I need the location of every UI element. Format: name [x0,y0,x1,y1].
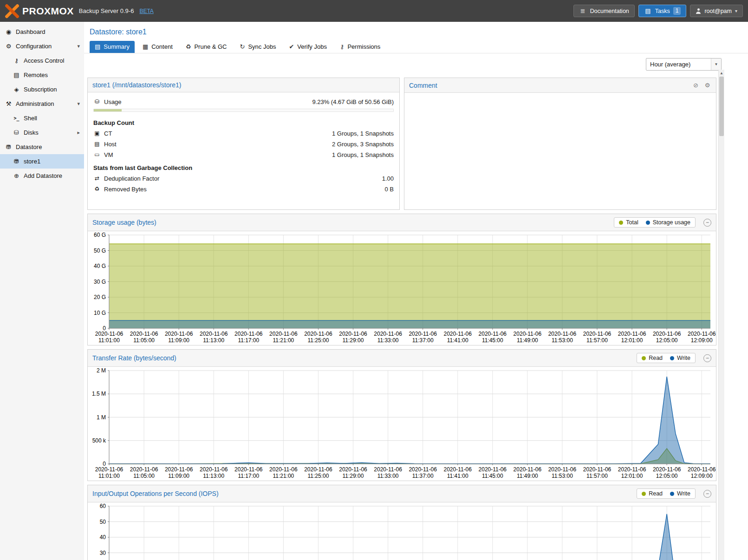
legend-dot-icon [642,492,646,496]
sidebar-item-shell[interactable]: >_Shell [0,111,84,125]
vertical-scrollbar[interactable]: ▲ [718,70,724,560]
svg-text:2020-11-06: 2020-11-06 [479,331,507,337]
chart-legend: ReadWrite [637,353,696,363]
gear-icon[interactable]: ⚙ [703,81,711,89]
tab-prune-gc[interactable]: ♻Prune & GC [181,41,232,53]
sidebar-item-store1[interactable]: ⛃store1 [0,154,84,169]
brand-name: PROXMOX [22,6,74,17]
main: Datastore: store1 ▤Summary▦Content♻Prune… [84,22,748,560]
sidebar-item-remotes[interactable]: ▤Remotes [0,68,84,82]
tab-summary[interactable]: ▤Summary [90,41,135,53]
top-panels-row: store1 (/mnt/datastores/store1) ⛁ Usage … [87,78,716,210]
chart-panel-input-output-operations-per-second-iops: Input/Output Operations per Second (IOPS… [87,485,716,560]
legend-item-read[interactable]: Read [642,490,663,497]
svg-text:11:25:00: 11:25:00 [308,473,329,479]
collapse-icon[interactable]: − [703,354,711,362]
sidebar-item-dashboard[interactable]: ◉Dashboard [0,25,84,39]
proxmox-logo-icon [5,4,19,18]
check-icon: ✔ [289,43,294,50]
tab-permissions[interactable]: ⚷Permissions [335,41,385,53]
svg-text:11:45:00: 11:45:00 [482,337,503,344]
database-icon: ⛃ [5,143,13,150]
svg-text:11:21:00: 11:21:00 [273,473,294,479]
summary-row-value: 1 Groups, 1 Snapshots [332,129,394,138]
user-label: root@pam [704,8,732,14]
sidebar-item-disks[interactable]: ⛁Disks▸ [0,125,84,140]
sidebar-item-subscription[interactable]: ◈Subscription [0,82,84,97]
svg-text:2020-11-06: 2020-11-06 [304,466,332,473]
gc-stats-title: Stats from last Garbage Collection [88,160,399,173]
ticket-icon: ◈ [13,86,20,93]
collapse-icon[interactable]: − [703,219,711,227]
svg-text:11:53:00: 11:53:00 [552,337,573,344]
timeframe-select[interactable]: Hour (average) ▼ [646,58,722,71]
legend-item-storage-usage[interactable]: Storage usage [646,219,690,226]
chart-body: 0500 k1 M1.5 M2 M2020-11-0611:01:002020-… [88,367,716,481]
gear-icon: ⚙ [5,43,13,50]
svg-text:2020-11-06: 2020-11-06 [374,466,402,473]
legend-dot-icon [646,221,650,225]
timeframe-value: Hour (average) [646,61,711,68]
usage-label: Usage [104,98,122,106]
user-menu-button[interactable]: root@pam ▾ [690,5,743,17]
legend-dot-icon [642,356,646,360]
legend-item-total[interactable]: Total [619,219,638,226]
select-trigger[interactable]: ▼ [711,59,721,70]
summary-panel-title: store1 (/mnt/datastores/store1) [92,81,395,89]
svg-text:11:13:00: 11:13:00 [203,337,224,344]
documentation-button[interactable]: ≣ Documentation [573,5,635,17]
chart-panel-header: Storage usage (bytes)TotalStorage usage− [88,214,716,231]
summary-row: ♻Removed Bytes0 B [88,184,399,195]
usage-row: ⛁ Usage 9.23% (4.67 GiB of 50.56 GiB) [88,92,399,107]
usage-progressbar [93,109,394,112]
summary-panel-body: ⛁ Usage 9.23% (4.67 GiB of 50.56 GiB) Ba… [88,92,399,209]
tab-content[interactable]: ▦Content [137,41,178,53]
svg-text:2020-11-06: 2020-11-06 [548,466,577,473]
svg-text:11:49:00: 11:49:00 [517,337,538,344]
tab-sync-jobs[interactable]: ↻Sync Jobs [235,41,281,53]
tabbar: ▤Summary▦Content♻Prune & GC↻Sync Jobs✔Ve… [84,39,748,53]
svg-text:2020-11-06: 2020-11-06 [234,331,263,337]
sidebar-item-datastore[interactable]: ⛃Datastore [0,140,84,154]
tasks-button[interactable]: ▤ Tasks 1 [638,5,687,17]
beta-link[interactable]: BETA [139,8,153,14]
svg-text:11:29:00: 11:29:00 [343,337,364,344]
host-icon: ▤ [93,140,101,149]
usage-value: 9.23% (4.67 GiB of 50.56 GiB) [312,98,394,106]
svg-text:2020-11-06: 2020-11-06 [688,331,716,337]
svg-text:11:05:00: 11:05:00 [133,337,155,344]
chart-body: 01020304050602020-11-0611:01:002020-11-0… [88,502,716,560]
summary-row-label: VM [104,150,113,159]
legend-item-write[interactable]: Write [670,490,690,497]
collapse-icon[interactable]: − [703,490,711,498]
compress-icon: ⇄ [93,174,101,183]
sidebar-item-add-datastore[interactable]: ⊕Add Datastore [0,169,84,183]
brand: PROXMOX Backup Server 0.9-6 BETA [5,4,154,18]
legend-dot-icon [670,356,674,360]
summary-row-label: Removed Bytes [104,185,147,194]
legend-item-write[interactable]: Write [670,355,690,361]
svg-text:12:05:00: 12:05:00 [656,473,678,479]
sidebar-item-label: Datastore [16,143,84,150]
sidebar-item-access-control[interactable]: ⚷Access Control [0,53,84,68]
svg-text:11:33:00: 11:33:00 [377,473,399,479]
task-list-icon: ▤ [644,7,652,15]
summary-row: ▣CT1 Groups, 1 Snapshots [88,128,399,139]
sidebar-item-label: Configuration [16,43,84,50]
tab-verify-jobs[interactable]: ✔Verify Jobs [284,41,332,53]
sidebar-item-configuration[interactable]: ⚙Configuration▾ [0,39,84,53]
trash-icon: ♻ [186,43,191,50]
sidebar-item-label: Dashboard [16,28,84,35]
scroll-up-icon[interactable]: ▲ [719,70,724,76]
sidebar-item-administration[interactable]: ⚒Administration▾ [0,97,84,111]
legend-item-read[interactable]: Read [642,355,663,361]
chart-canvas: 01020304050602020-11-0611:01:002020-11-0… [88,502,716,560]
no-edit-icon[interactable]: ⊘ [692,81,700,89]
comment-panel-title: Comment [409,82,688,89]
plus-icon: ⊕ [13,172,20,179]
svg-text:1.5 M: 1.5 M [92,391,106,397]
scrollbar-thumb[interactable] [719,77,724,136]
svg-text:11:37:00: 11:37:00 [412,337,434,344]
sidebar-item-label: Administration [16,100,84,107]
legend-label: Write [677,490,690,497]
